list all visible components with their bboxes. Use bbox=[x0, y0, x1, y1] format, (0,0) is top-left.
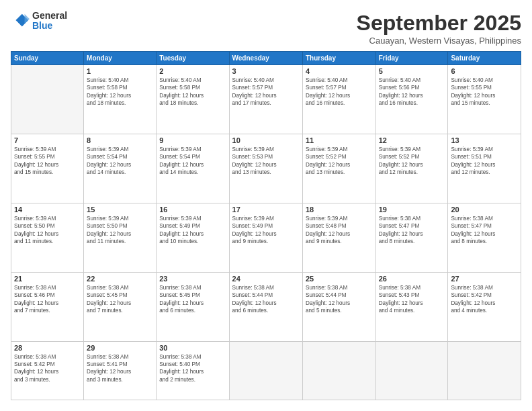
day-number: 15 bbox=[87, 205, 153, 214]
day-number: 26 bbox=[379, 275, 445, 283]
day-info: Sunrise: 5:40 AM Sunset: 5:58 PM Dayligh… bbox=[87, 77, 153, 107]
header-tuesday: Tuesday bbox=[157, 52, 229, 65]
day-number: 4 bbox=[306, 67, 373, 75]
table-row: 23Sunrise: 5:38 AM Sunset: 5:45 PM Dayli… bbox=[157, 272, 229, 341]
table-row: 29Sunrise: 5:38 AM Sunset: 5:41 PM Dayli… bbox=[84, 341, 157, 400]
table-row: 3Sunrise: 5:40 AM Sunset: 5:57 PM Daylig… bbox=[229, 65, 302, 134]
day-info: Sunrise: 5:38 AM Sunset: 5:45 PM Dayligh… bbox=[87, 284, 153, 315]
table-row: 25Sunrise: 5:38 AM Sunset: 5:44 PM Dayli… bbox=[302, 272, 375, 341]
table-row: 4Sunrise: 5:40 AM Sunset: 5:57 PM Daylig… bbox=[302, 65, 375, 134]
day-info: Sunrise: 5:40 AM Sunset: 5:56 PM Dayligh… bbox=[379, 77, 445, 107]
day-number: 11 bbox=[306, 136, 373, 144]
day-info: Sunrise: 5:38 AM Sunset: 5:46 PM Dayligh… bbox=[14, 284, 81, 315]
day-info: Sunrise: 5:40 AM Sunset: 5:55 PM Dayligh… bbox=[451, 77, 518, 107]
table-row: 17Sunrise: 5:39 AM Sunset: 5:49 PM Dayli… bbox=[229, 203, 302, 272]
table-row: 28Sunrise: 5:38 AM Sunset: 5:42 PM Dayli… bbox=[11, 341, 84, 400]
day-info: Sunrise: 5:38 AM Sunset: 5:42 PM Dayligh… bbox=[14, 353, 81, 384]
table-row: 10Sunrise: 5:39 AM Sunset: 5:53 PM Dayli… bbox=[229, 134, 302, 203]
table-row: 15Sunrise: 5:39 AM Sunset: 5:50 PM Dayli… bbox=[84, 203, 157, 272]
day-number: 14 bbox=[14, 205, 81, 214]
day-info: Sunrise: 5:39 AM Sunset: 5:54 PM Dayligh… bbox=[87, 146, 153, 177]
logo-icon bbox=[11, 11, 30, 30]
table-row bbox=[375, 341, 448, 400]
table-row: 6Sunrise: 5:40 AM Sunset: 5:55 PM Daylig… bbox=[448, 65, 521, 134]
table-row: 18Sunrise: 5:39 AM Sunset: 5:48 PM Dayli… bbox=[302, 203, 375, 272]
table-row: 16Sunrise: 5:39 AM Sunset: 5:49 PM Dayli… bbox=[157, 203, 229, 272]
day-info: Sunrise: 5:38 AM Sunset: 5:47 PM Dayligh… bbox=[451, 215, 518, 246]
day-number: 16 bbox=[159, 205, 226, 214]
table-row: 20Sunrise: 5:38 AM Sunset: 5:47 PM Dayli… bbox=[448, 203, 521, 272]
svg-marker-1 bbox=[25, 14, 30, 24]
day-number: 7 bbox=[14, 136, 81, 144]
day-info: Sunrise: 5:38 AM Sunset: 5:44 PM Dayligh… bbox=[232, 284, 300, 315]
month-title: September 2025 bbox=[357, 11, 521, 36]
day-number: 20 bbox=[451, 205, 518, 214]
table-row: 21Sunrise: 5:38 AM Sunset: 5:46 PM Dayli… bbox=[11, 272, 84, 341]
day-info: Sunrise: 5:39 AM Sunset: 5:54 PM Dayligh… bbox=[159, 146, 226, 177]
table-row: 24Sunrise: 5:38 AM Sunset: 5:44 PM Dayli… bbox=[229, 272, 302, 341]
day-number: 2 bbox=[159, 67, 226, 75]
location: Cauayan, Western Visayas, Philippines bbox=[357, 36, 521, 46]
day-info: Sunrise: 5:39 AM Sunset: 5:51 PM Dayligh… bbox=[451, 146, 518, 177]
table-row bbox=[229, 341, 302, 400]
table-row: 26Sunrise: 5:38 AM Sunset: 5:43 PM Dayli… bbox=[375, 272, 448, 341]
logo: General Blue bbox=[11, 11, 67, 32]
header-friday: Friday bbox=[375, 52, 448, 65]
day-info: Sunrise: 5:38 AM Sunset: 5:43 PM Dayligh… bbox=[379, 284, 445, 315]
day-number: 17 bbox=[232, 205, 300, 214]
day-info: Sunrise: 5:39 AM Sunset: 5:55 PM Dayligh… bbox=[14, 146, 81, 177]
day-info: Sunrise: 5:39 AM Sunset: 5:48 PM Dayligh… bbox=[306, 215, 373, 246]
day-number: 13 bbox=[451, 136, 518, 144]
day-number: 9 bbox=[159, 136, 226, 144]
logo-general-text: General bbox=[32, 11, 67, 21]
day-number: 1 bbox=[87, 67, 153, 75]
day-info: Sunrise: 5:38 AM Sunset: 5:44 PM Dayligh… bbox=[306, 284, 373, 315]
day-number: 3 bbox=[232, 67, 300, 75]
day-number: 29 bbox=[87, 344, 153, 352]
table-row: 9Sunrise: 5:39 AM Sunset: 5:54 PM Daylig… bbox=[157, 134, 229, 203]
day-info: Sunrise: 5:39 AM Sunset: 5:50 PM Dayligh… bbox=[14, 215, 81, 246]
day-info: Sunrise: 5:39 AM Sunset: 5:52 PM Dayligh… bbox=[306, 146, 373, 177]
day-number: 21 bbox=[14, 275, 81, 283]
table-row bbox=[448, 341, 521, 400]
day-info: Sunrise: 5:38 AM Sunset: 5:42 PM Dayligh… bbox=[451, 284, 518, 315]
day-info: Sunrise: 5:38 AM Sunset: 5:41 PM Dayligh… bbox=[87, 353, 153, 384]
day-number: 23 bbox=[159, 275, 226, 283]
header-wednesday: Wednesday bbox=[229, 52, 302, 65]
day-number: 28 bbox=[14, 344, 81, 352]
day-number: 8 bbox=[87, 136, 153, 144]
day-number: 27 bbox=[451, 275, 518, 283]
day-info: Sunrise: 5:40 AM Sunset: 5:58 PM Dayligh… bbox=[159, 77, 226, 107]
day-info: Sunrise: 5:39 AM Sunset: 5:52 PM Dayligh… bbox=[379, 146, 445, 177]
day-info: Sunrise: 5:40 AM Sunset: 5:57 PM Dayligh… bbox=[232, 77, 300, 107]
day-number: 30 bbox=[159, 344, 226, 352]
table-row: 13Sunrise: 5:39 AM Sunset: 5:51 PM Dayli… bbox=[448, 134, 521, 203]
day-number: 18 bbox=[306, 205, 373, 214]
day-info: Sunrise: 5:39 AM Sunset: 5:49 PM Dayligh… bbox=[159, 215, 226, 246]
table-row: 5Sunrise: 5:40 AM Sunset: 5:56 PM Daylig… bbox=[375, 65, 448, 134]
table-row bbox=[11, 65, 84, 134]
day-number: 12 bbox=[379, 136, 445, 144]
day-info: Sunrise: 5:38 AM Sunset: 5:40 PM Dayligh… bbox=[159, 353, 226, 384]
day-number: 22 bbox=[87, 275, 153, 283]
day-number: 25 bbox=[306, 275, 373, 283]
day-info: Sunrise: 5:38 AM Sunset: 5:47 PM Dayligh… bbox=[379, 215, 445, 246]
logo-blue-text: Blue bbox=[32, 21, 67, 31]
table-row: 12Sunrise: 5:39 AM Sunset: 5:52 PM Dayli… bbox=[375, 134, 448, 203]
day-info: Sunrise: 5:38 AM Sunset: 5:45 PM Dayligh… bbox=[159, 284, 226, 315]
calendar-header-row: Sunday Monday Tuesday Wednesday Thursday… bbox=[11, 52, 521, 65]
day-number: 24 bbox=[232, 275, 300, 283]
header-sunday: Sunday bbox=[11, 52, 84, 65]
table-row: 1Sunrise: 5:40 AM Sunset: 5:58 PM Daylig… bbox=[84, 65, 157, 134]
table-row: 22Sunrise: 5:38 AM Sunset: 5:45 PM Dayli… bbox=[84, 272, 157, 341]
table-row: 19Sunrise: 5:38 AM Sunset: 5:47 PM Dayli… bbox=[375, 203, 448, 272]
day-number: 19 bbox=[379, 205, 445, 214]
header-thursday: Thursday bbox=[302, 52, 375, 65]
day-info: Sunrise: 5:40 AM Sunset: 5:57 PM Dayligh… bbox=[306, 77, 373, 107]
day-info: Sunrise: 5:39 AM Sunset: 5:50 PM Dayligh… bbox=[87, 215, 153, 246]
header-saturday: Saturday bbox=[448, 52, 521, 65]
day-number: 10 bbox=[232, 136, 300, 144]
day-info: Sunrise: 5:39 AM Sunset: 5:53 PM Dayligh… bbox=[232, 146, 300, 177]
table-row: 14Sunrise: 5:39 AM Sunset: 5:50 PM Dayli… bbox=[11, 203, 84, 272]
day-number: 5 bbox=[379, 67, 445, 75]
